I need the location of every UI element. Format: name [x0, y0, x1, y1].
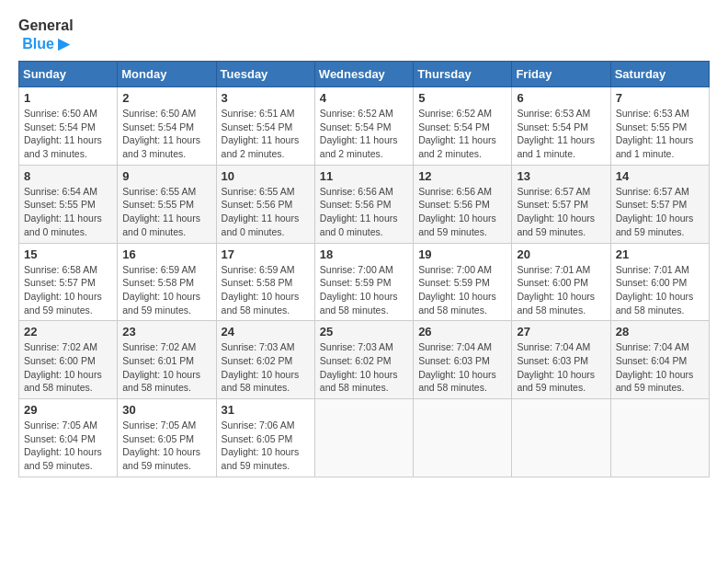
day-number: 20	[517, 247, 605, 261]
calendar-cell: 3Sunrise: 6:51 AMSunset: 5:54 PMDaylight…	[216, 87, 314, 166]
day-number: 19	[418, 247, 506, 261]
day-number: 4	[320, 91, 408, 105]
day-number: 22	[24, 325, 112, 339]
calendar-cell	[610, 399, 709, 477]
day-info: Sunrise: 6:54 AMSunset: 5:55 PMDaylight:…	[24, 185, 112, 239]
calendar-week-row: 1Sunrise: 6:50 AMSunset: 5:54 PMDaylight…	[19, 87, 710, 166]
calendar-cell: 28Sunrise: 7:04 AMSunset: 6:04 PMDayligh…	[610, 321, 709, 399]
calendar-cell: 23Sunrise: 7:02 AMSunset: 6:01 PMDayligh…	[118, 321, 216, 399]
weekday-header-saturday: Saturday	[610, 62, 709, 87]
day-number: 26	[418, 325, 506, 339]
calendar-cell: 5Sunrise: 6:52 AMSunset: 5:54 PMDaylight…	[414, 87, 512, 166]
day-info: Sunrise: 7:05 AMSunset: 6:05 PMDaylight:…	[122, 419, 210, 473]
day-info: Sunrise: 6:58 AMSunset: 5:57 PMDaylight:…	[24, 263, 112, 317]
calendar-cell: 1Sunrise: 6:50 AMSunset: 5:54 PMDaylight…	[19, 87, 118, 166]
calendar-cell: 27Sunrise: 7:04 AMSunset: 6:03 PMDayligh…	[512, 321, 610, 399]
day-info: Sunrise: 7:04 AMSunset: 6:04 PMDaylight:…	[616, 340, 704, 395]
calendar-week-row: 22Sunrise: 7:02 AMSunset: 6:00 PMDayligh…	[19, 321, 710, 399]
calendar-cell: 2Sunrise: 6:50 AMSunset: 5:54 PMDaylight…	[118, 87, 216, 166]
calendar-cell: 16Sunrise: 6:59 AMSunset: 5:58 PMDayligh…	[118, 243, 216, 321]
calendar-cell: 31Sunrise: 7:06 AMSunset: 6:05 PMDayligh…	[216, 399, 314, 477]
calendar-week-row: 8Sunrise: 6:54 AMSunset: 5:55 PMDaylight…	[19, 165, 710, 243]
calendar-cell: 11Sunrise: 6:56 AMSunset: 5:56 PMDayligh…	[314, 165, 413, 243]
day-info: Sunrise: 7:00 AMSunset: 5:59 PMDaylight:…	[320, 263, 408, 317]
weekday-header-sunday: Sunday	[19, 62, 118, 87]
day-info: Sunrise: 7:01 AMSunset: 6:00 PMDaylight:…	[517, 263, 605, 317]
logo: General Blue	[18, 18, 74, 52]
header: General Blue	[18, 18, 710, 52]
calendar-cell: 24Sunrise: 7:03 AMSunset: 6:02 PMDayligh…	[216, 321, 314, 399]
calendar-cell	[512, 399, 610, 477]
day-info: Sunrise: 6:51 AMSunset: 5:54 PMDaylight:…	[222, 107, 310, 161]
day-number: 14	[616, 169, 704, 183]
calendar-cell: 6Sunrise: 6:53 AMSunset: 5:54 PMDaylight…	[512, 87, 610, 166]
day-number: 30	[122, 403, 210, 417]
day-info: Sunrise: 7:00 AMSunset: 5:59 PMDaylight:…	[418, 263, 506, 317]
calendar-cell: 21Sunrise: 7:01 AMSunset: 6:00 PMDayligh…	[610, 243, 709, 321]
day-number: 6	[517, 91, 605, 105]
day-number: 13	[517, 169, 605, 183]
day-info: Sunrise: 6:57 AMSunset: 5:57 PMDaylight:…	[517, 185, 605, 239]
day-info: Sunrise: 6:56 AMSunset: 5:56 PMDaylight:…	[418, 185, 506, 239]
day-number: 8	[24, 169, 112, 183]
day-number: 5	[418, 91, 506, 105]
day-number: 27	[517, 325, 605, 339]
day-number: 28	[616, 325, 704, 339]
calendar-cell	[314, 399, 413, 477]
weekday-header-friday: Friday	[512, 62, 610, 87]
calendar-cell: 7Sunrise: 6:53 AMSunset: 5:55 PMDaylight…	[610, 87, 709, 166]
day-number: 1	[24, 91, 112, 105]
day-info: Sunrise: 6:56 AMSunset: 5:56 PMDaylight:…	[320, 185, 408, 239]
calendar-cell: 29Sunrise: 7:05 AMSunset: 6:04 PMDayligh…	[19, 399, 118, 477]
day-info: Sunrise: 7:05 AMSunset: 6:04 PMDaylight:…	[24, 419, 112, 473]
calendar-cell: 30Sunrise: 7:05 AMSunset: 6:05 PMDayligh…	[118, 399, 216, 477]
day-info: Sunrise: 7:04 AMSunset: 6:03 PMDaylight:…	[517, 340, 605, 395]
calendar-cell: 15Sunrise: 6:58 AMSunset: 5:57 PMDayligh…	[19, 243, 118, 321]
day-number: 24	[222, 325, 310, 339]
day-info: Sunrise: 6:52 AMSunset: 5:54 PMDaylight:…	[320, 107, 408, 161]
day-number: 18	[320, 247, 408, 261]
calendar-cell: 20Sunrise: 7:01 AMSunset: 6:00 PMDayligh…	[512, 243, 610, 321]
day-info: Sunrise: 6:59 AMSunset: 5:58 PMDaylight:…	[122, 263, 210, 317]
weekday-header-wednesday: Wednesday	[314, 62, 413, 87]
day-info: Sunrise: 6:53 AMSunset: 5:55 PMDaylight:…	[616, 107, 704, 161]
calendar-cell: 17Sunrise: 6:59 AMSunset: 5:58 PMDayligh…	[216, 243, 314, 321]
calendar-cell: 12Sunrise: 6:56 AMSunset: 5:56 PMDayligh…	[414, 165, 512, 243]
day-info: Sunrise: 7:01 AMSunset: 6:00 PMDaylight:…	[616, 263, 704, 317]
day-number: 25	[320, 325, 408, 339]
weekday-header-row: SundayMondayTuesdayWednesdayThursdayFrid…	[19, 62, 710, 87]
calendar-cell: 9Sunrise: 6:55 AMSunset: 5:55 PMDaylight…	[118, 165, 216, 243]
page-container: General Blue SundayMondayTuesdayWednesda…	[18, 18, 710, 477]
calendar-cell: 19Sunrise: 7:00 AMSunset: 5:59 PMDayligh…	[414, 243, 512, 321]
day-number: 31	[222, 403, 310, 417]
day-info: Sunrise: 7:03 AMSunset: 6:02 PMDaylight:…	[320, 340, 408, 395]
day-info: Sunrise: 7:06 AMSunset: 6:05 PMDaylight:…	[222, 419, 310, 473]
calendar-cell	[414, 399, 512, 477]
calendar-cell: 26Sunrise: 7:04 AMSunset: 6:03 PMDayligh…	[414, 321, 512, 399]
calendar-cell: 22Sunrise: 7:02 AMSunset: 6:00 PMDayligh…	[19, 321, 118, 399]
day-number: 9	[122, 169, 210, 183]
day-info: Sunrise: 6:53 AMSunset: 5:54 PMDaylight:…	[517, 107, 605, 161]
calendar-cell: 10Sunrise: 6:55 AMSunset: 5:56 PMDayligh…	[216, 165, 314, 243]
weekday-header-thursday: Thursday	[414, 62, 512, 87]
calendar-cell: 14Sunrise: 6:57 AMSunset: 5:57 PMDayligh…	[610, 165, 709, 243]
day-info: Sunrise: 6:50 AMSunset: 5:54 PMDaylight:…	[122, 107, 210, 161]
day-info: Sunrise: 6:55 AMSunset: 5:55 PMDaylight:…	[122, 185, 210, 239]
day-number: 17	[222, 247, 310, 261]
calendar-cell: 4Sunrise: 6:52 AMSunset: 5:54 PMDaylight…	[314, 87, 413, 166]
day-number: 21	[616, 247, 704, 261]
day-number: 10	[222, 169, 310, 183]
day-info: Sunrise: 7:02 AMSunset: 6:00 PMDaylight:…	[24, 340, 112, 395]
day-number: 7	[616, 91, 704, 105]
day-info: Sunrise: 7:04 AMSunset: 6:03 PMDaylight:…	[418, 340, 506, 395]
calendar-cell: 8Sunrise: 6:54 AMSunset: 5:55 PMDaylight…	[19, 165, 118, 243]
day-number: 3	[222, 91, 310, 105]
day-info: Sunrise: 7:02 AMSunset: 6:01 PMDaylight:…	[122, 340, 210, 395]
day-info: Sunrise: 7:03 AMSunset: 6:02 PMDaylight:…	[222, 340, 310, 395]
calendar-week-row: 29Sunrise: 7:05 AMSunset: 6:04 PMDayligh…	[19, 399, 710, 477]
calendar-week-row: 15Sunrise: 6:58 AMSunset: 5:57 PMDayligh…	[19, 243, 710, 321]
day-number: 11	[320, 169, 408, 183]
day-info: Sunrise: 6:50 AMSunset: 5:54 PMDaylight:…	[24, 107, 112, 161]
calendar-cell: 18Sunrise: 7:00 AMSunset: 5:59 PMDayligh…	[314, 243, 413, 321]
day-info: Sunrise: 6:52 AMSunset: 5:54 PMDaylight:…	[418, 107, 506, 161]
